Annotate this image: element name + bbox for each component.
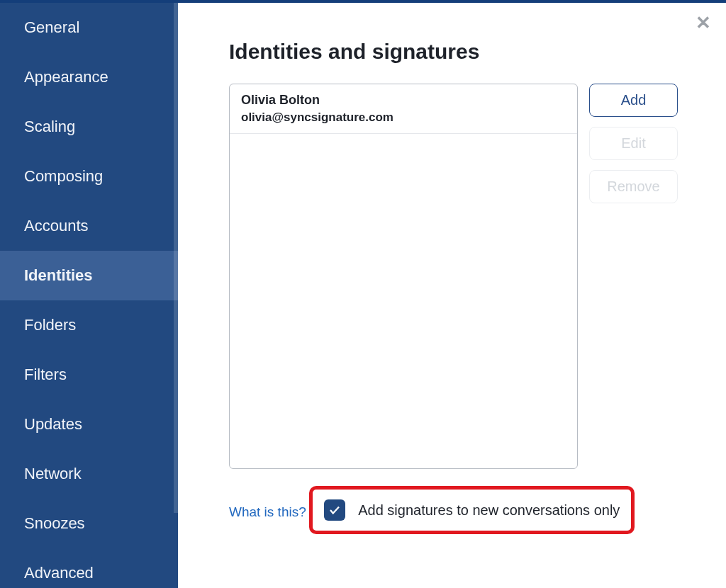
sidebar-item-snoozes[interactable]: Snoozes <box>0 499 178 548</box>
close-button[interactable]: ✕ <box>693 13 713 33</box>
sidebar-item-general[interactable]: General <box>0 3 178 52</box>
identities-row: Olivia Bolton olivia@syncsignature.com A… <box>229 84 695 469</box>
page-title: Identities and signatures <box>229 40 695 64</box>
check-icon <box>328 504 341 516</box>
settings-sidebar: General Appearance Scaling Composing Acc… <box>0 0 178 588</box>
sidebar-item-identities[interactable]: Identities <box>0 251 178 300</box>
identity-name: Olivia Bolton <box>241 93 566 108</box>
sidebar-item-filters[interactable]: Filters <box>0 350 178 400</box>
signature-option-highlight: Add signatures to new conversations only <box>309 486 635 534</box>
sidebar-item-updates[interactable]: Updates <box>0 400 178 449</box>
sidebar-item-scaling[interactable]: Scaling <box>0 102 178 152</box>
new-conversations-checkbox[interactable] <box>324 499 345 521</box>
identity-item[interactable]: Olivia Bolton olivia@syncsignature.com <box>230 84 577 134</box>
sidebar-item-network[interactable]: Network <box>0 449 178 499</box>
sidebar-item-appearance[interactable]: Appearance <box>0 52 178 102</box>
add-button[interactable]: Add <box>589 84 678 117</box>
identity-list[interactable]: Olivia Bolton olivia@syncsignature.com <box>229 84 578 469</box>
edit-button: Edit <box>589 127 678 160</box>
new-conversations-label: Add signatures to new conversations only <box>358 502 620 519</box>
what-is-this-link[interactable]: What is this? <box>229 504 306 520</box>
sidebar-item-folders[interactable]: Folders <box>0 300 178 350</box>
sidebar-item-composing[interactable]: Composing <box>0 152 178 201</box>
main-panel: ✕ Identities and signatures Olivia Bolto… <box>178 0 726 588</box>
sidebar-item-advanced[interactable]: Advanced <box>0 548 178 588</box>
remove-button: Remove <box>589 170 678 203</box>
close-icon: ✕ <box>696 12 711 34</box>
identity-email: olivia@syncsignature.com <box>241 111 566 125</box>
identity-actions: Add Edit Remove <box>589 84 678 203</box>
sidebar-item-accounts[interactable]: Accounts <box>0 201 178 251</box>
